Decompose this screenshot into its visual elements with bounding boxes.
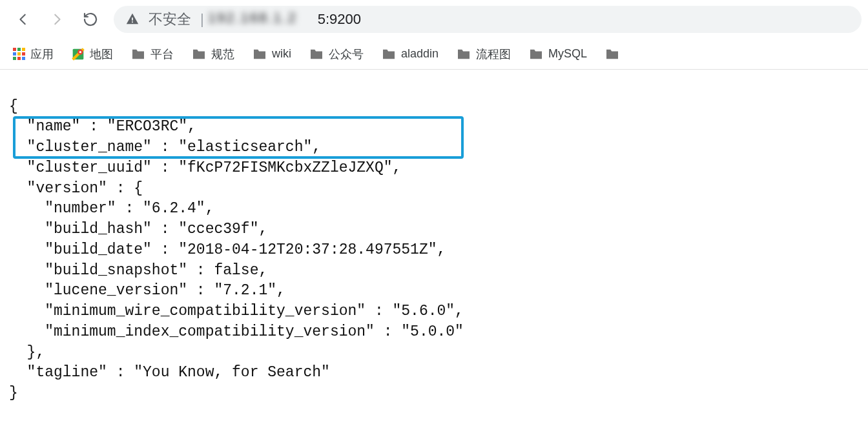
folder-icon bbox=[529, 48, 543, 60]
bookmark-maps[interactable]: 地图 bbox=[72, 46, 113, 62]
folder-icon bbox=[382, 48, 396, 60]
folder-icon bbox=[192, 48, 206, 60]
apps-button[interactable]: 应用 bbox=[13, 46, 54, 62]
svg-point-4 bbox=[79, 51, 81, 53]
json-line: "cluster_uuid" : "fKcP72FISMKcbxZZleJZXQ… bbox=[9, 159, 401, 176]
maps-icon bbox=[72, 48, 85, 61]
json-line: "build_hash" : "ccec39f", bbox=[9, 221, 267, 238]
bookmark-label: 规范 bbox=[211, 46, 234, 62]
json-line: "version" : { bbox=[9, 180, 143, 197]
json-line: { bbox=[9, 98, 18, 115]
bookmark-label: MySQL bbox=[548, 47, 587, 61]
bookmark-label: wiki bbox=[272, 47, 291, 61]
browser-toolbar: 不安全 | 192.168.1.2 5:9200 bbox=[0, 0, 868, 39]
bookmark-folder-wiki[interactable]: wiki bbox=[253, 47, 291, 61]
json-line: "build_snapshot" : false, bbox=[9, 262, 267, 279]
json-line: }, bbox=[9, 344, 45, 361]
insecure-icon bbox=[125, 12, 140, 26]
json-line: "tagline" : "You Know, for Search" bbox=[9, 364, 330, 381]
apps-icon bbox=[13, 48, 25, 60]
bookmark-folder-platform[interactable]: 平台 bbox=[131, 46, 174, 62]
page-content: { "name" : "ERCO3RC", "cluster_name" : "… bbox=[0, 70, 868, 426]
svg-rect-1 bbox=[132, 21, 133, 23]
bookmark-folder-mysql[interactable]: MySQL bbox=[529, 47, 587, 61]
json-line: "build_date" : "2018-04-12T20:37:28.4975… bbox=[9, 241, 446, 258]
bookmarks-bar: 应用 地图 平台 规范 wiki 公众号 aladdin 流程图 MySQL bbox=[0, 39, 868, 70]
bookmark-label: aladdin bbox=[401, 47, 439, 61]
bookmark-label: 流程图 bbox=[476, 46, 511, 62]
bookmark-folder-aladdin[interactable]: aladdin bbox=[382, 47, 439, 61]
svg-rect-0 bbox=[132, 17, 133, 21]
json-line: "name" : "ERCO3RC", bbox=[9, 118, 196, 135]
json-line: } bbox=[9, 385, 18, 401]
json-line: "minimum_index_compatibility_version" : … bbox=[9, 323, 464, 340]
folder-icon bbox=[457, 48, 471, 60]
folder-icon bbox=[253, 48, 267, 60]
url-redacted: 192.168.1.2 bbox=[208, 10, 318, 29]
bookmark-folder-spec[interactable]: 规范 bbox=[192, 46, 234, 62]
address-bar[interactable]: 不安全 | 192.168.1.2 5:9200 bbox=[114, 6, 862, 33]
bookmark-folder-extra[interactable] bbox=[605, 48, 619, 60]
separator: | bbox=[200, 11, 204, 28]
insecure-label: 不安全 bbox=[149, 10, 191, 29]
bookmark-label: 地图 bbox=[90, 46, 113, 62]
json-line: "cluster_name" : "elasticsearch", bbox=[9, 139, 321, 156]
bookmark-folder-flowchart[interactable]: 流程图 bbox=[457, 46, 511, 62]
folder-icon bbox=[605, 48, 619, 60]
bookmark-label: 平台 bbox=[150, 46, 174, 62]
bookmark-label: 公众号 bbox=[329, 46, 364, 62]
json-line: "number" : "6.2.4", bbox=[9, 200, 214, 217]
json-line: "minimum_wire_compatibility_version" : "… bbox=[9, 303, 464, 320]
apps-label: 应用 bbox=[30, 46, 54, 62]
reload-button[interactable] bbox=[78, 6, 103, 32]
bookmark-folder-gzh[interactable]: 公众号 bbox=[309, 46, 364, 62]
folder-icon bbox=[131, 48, 145, 60]
folder-icon bbox=[309, 48, 324, 60]
json-line: "lucene_version" : "7.2.1", bbox=[9, 282, 285, 299]
forward-button[interactable] bbox=[44, 6, 70, 32]
back-button[interactable] bbox=[10, 6, 36, 32]
url-suffix: 5:9200 bbox=[318, 11, 361, 28]
